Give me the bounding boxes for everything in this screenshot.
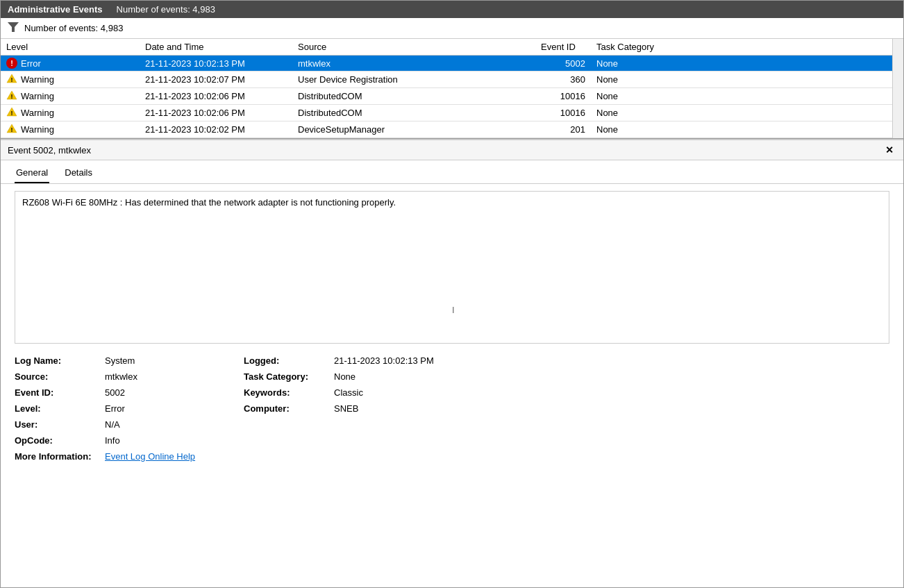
events-tbody: !Error21-11-2023 10:02:13 PMmtkwlex5002N… xyxy=(1,56,903,138)
table-row[interactable]: ! Warning21-11-2023 10:02:06 PMDistribut… xyxy=(1,105,903,121)
label-eventid: Event ID: xyxy=(15,386,105,399)
level-text: Error xyxy=(21,58,41,69)
label-logged: Logged: xyxy=(244,354,334,367)
table-wrapper: Level Date and Time Source Event ID Task… xyxy=(1,39,903,138)
svg-text:!: ! xyxy=(11,93,13,100)
cell-taskcategory-0: None xyxy=(591,56,903,72)
warning-icon: ! xyxy=(6,107,17,119)
cell-level-3: ! Warning xyxy=(1,105,140,121)
value-taskcategory: None xyxy=(334,370,889,383)
events-table: Level Date and Time Source Event ID Task… xyxy=(1,39,903,138)
event-message: RZ608 Wi-Fi 6E 80MHz : Has determined th… xyxy=(22,197,396,208)
error-icon: ! xyxy=(6,58,17,69)
top-panel: Administrative Events Number of events: … xyxy=(1,1,903,139)
label-user: User: xyxy=(15,418,105,431)
cell-source-4: DeviceSetupManager xyxy=(292,121,535,138)
col-header-eventid: Event ID xyxy=(535,39,591,56)
cell-eventid-1: 360 xyxy=(535,72,591,88)
cell-level-4: ! Warning xyxy=(1,121,140,138)
cell-level-2: ! Warning xyxy=(1,88,140,105)
warning-icon: ! xyxy=(6,124,17,135)
filter-bar: Number of events: 4,983 xyxy=(1,18,903,39)
cell-source-2: DistributedCOM xyxy=(292,88,535,105)
label-moreinfo: More Information: xyxy=(15,450,105,463)
level-text: Warning xyxy=(21,108,54,118)
label-opcode: OpCode: xyxy=(15,434,105,447)
cell-datetime-4: 21-11-2023 10:02:02 PM xyxy=(140,121,292,138)
svg-text:!: ! xyxy=(11,110,13,117)
label-taskcategory: Task Category: xyxy=(244,370,334,383)
cell-eventid-2: 10016 xyxy=(535,88,591,105)
col-header-level: Level xyxy=(1,39,140,56)
cell-level-0: !Error xyxy=(1,56,140,72)
table-row[interactable]: ! Warning21-11-2023 10:02:02 PMDeviceSet… xyxy=(1,121,903,138)
col-header-source: Source xyxy=(292,39,535,56)
cell-datetime-3: 21-11-2023 10:02:06 PM xyxy=(140,105,292,121)
cell-eventid-4: 201 xyxy=(535,121,591,138)
label-logname: Log Name: xyxy=(15,354,105,367)
cell-eventid-3: 10016 xyxy=(535,105,591,121)
value-logname: System xyxy=(105,354,244,367)
filter-text: Number of events: 4,983 xyxy=(24,23,123,33)
panel-title: Administrative Events xyxy=(8,4,103,15)
cell-source-3: DistributedCOM xyxy=(292,105,535,121)
cell-eventid-0: 5002 xyxy=(535,56,591,72)
main-container: Administrative Events Number of events: … xyxy=(0,0,904,588)
cell-taskcategory-1: None xyxy=(591,72,903,88)
svg-text:!: ! xyxy=(11,76,13,83)
level-text: Warning xyxy=(21,74,54,85)
value-eventid: 5002 xyxy=(105,386,244,399)
cell-taskcategory-4: None xyxy=(591,121,903,138)
bottom-panel-header: Event 5002, mtkwlex ✕ xyxy=(1,140,903,160)
warning-icon: ! xyxy=(6,74,17,85)
value-source: mtkwlex xyxy=(105,370,244,383)
panel-count: Number of events: 4,983 xyxy=(117,4,215,15)
table-header-row: Level Date and Time Source Event ID Task… xyxy=(1,39,903,56)
value-moreinfo: Event Log Online Help xyxy=(105,450,244,463)
value-user: N/A xyxy=(105,418,244,431)
tabs-row: General Details xyxy=(1,160,903,184)
cell-taskcategory-2: None xyxy=(591,88,903,105)
scrollbar[interactable] xyxy=(892,39,903,138)
cell-datetime-0: 21-11-2023 10:02:13 PM xyxy=(140,56,292,72)
cell-level-1: ! Warning xyxy=(1,72,140,88)
svg-marker-0 xyxy=(8,22,19,32)
cell-taskcategory-3: None xyxy=(591,105,903,121)
bottom-panel: Event 5002, mtkwlex ✕ General Details RZ… xyxy=(1,139,903,470)
svg-text:!: ! xyxy=(11,126,13,133)
value-opcode: Info xyxy=(105,434,244,447)
value-keywords: Classic xyxy=(334,386,889,399)
tab-details[interactable]: Details xyxy=(63,165,94,183)
cell-source-0: mtkwlex xyxy=(292,56,535,72)
level-text: Warning xyxy=(21,124,54,135)
close-button[interactable]: ✕ xyxy=(882,144,896,156)
cursor-indicator: I xyxy=(452,305,455,315)
table-row[interactable]: ! Warning21-11-2023 10:02:06 PMDistribut… xyxy=(1,88,903,105)
label-keywords: Keywords: xyxy=(244,386,334,399)
col-header-taskcategory: Task Category xyxy=(591,39,903,56)
value-computer: SNEB xyxy=(334,402,889,415)
cell-datetime-2: 21-11-2023 10:02:06 PM xyxy=(140,88,292,105)
panel-header: Administrative Events Number of events: … xyxy=(1,1,903,18)
label-computer: Computer: xyxy=(244,402,334,415)
label-source: Source: xyxy=(15,370,105,383)
metadata-grid: Log Name: System Logged: 21-11-2023 10:0… xyxy=(15,354,889,463)
value-logged: 21-11-2023 10:02:13 PM xyxy=(334,354,889,367)
level-text: Warning xyxy=(21,91,54,101)
filter-icon xyxy=(8,22,19,34)
warning-icon: ! xyxy=(6,90,17,102)
value-level: Error xyxy=(105,402,244,415)
event-detail-title: Event 5002, mtkwlex xyxy=(8,145,91,156)
col-header-datetime: Date and Time xyxy=(140,39,292,56)
message-box: RZ608 Wi-Fi 6E 80MHz : Has determined th… xyxy=(15,191,889,344)
cell-datetime-1: 21-11-2023 10:02:07 PM xyxy=(140,72,292,88)
label-level: Level: xyxy=(15,402,105,415)
event-log-online-help-link[interactable]: Event Log Online Help xyxy=(105,451,195,462)
table-row[interactable]: !Error21-11-2023 10:02:13 PMmtkwlex5002N… xyxy=(1,56,903,72)
cell-source-1: User Device Registration xyxy=(292,72,535,88)
tab-general[interactable]: General xyxy=(15,165,49,183)
table-row[interactable]: ! Warning21-11-2023 10:02:07 PMUser Devi… xyxy=(1,72,903,88)
detail-content: RZ608 Wi-Fi 6E 80MHz : Has determined th… xyxy=(1,184,903,470)
